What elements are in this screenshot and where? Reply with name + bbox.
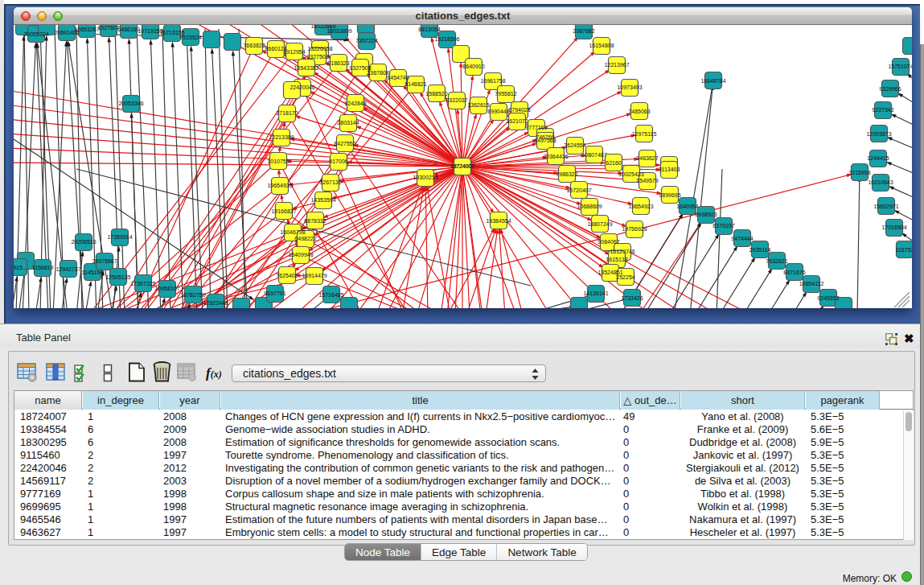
svg-text:252254: 252254 <box>616 274 634 280</box>
svg-text:22420046: 22420046 <box>290 84 314 90</box>
svg-text:1640954: 1640954 <box>676 204 698 209</box>
svg-text:2935114: 2935114 <box>749 247 771 253</box>
svg-text:7986322: 7986322 <box>556 171 577 177</box>
svg-text:7357224: 7357224 <box>355 38 377 43</box>
svg-text:1621072: 1621072 <box>506 118 528 124</box>
svg-text:8186323: 8186323 <box>327 60 349 66</box>
svg-text:9474444: 9474444 <box>731 236 753 241</box>
svg-text:19654935: 19654935 <box>267 183 292 188</box>
svg-text:10653267: 10653267 <box>74 27 99 32</box>
svg-text:15409948: 15409948 <box>288 252 313 257</box>
svg-text:20364436: 20364436 <box>543 154 568 159</box>
svg-text:16033809: 16033809 <box>326 28 351 34</box>
svg-text:13300215: 13300215 <box>413 175 437 180</box>
svg-text:8912954: 8912954 <box>283 49 305 55</box>
svg-text:19166827: 19166827 <box>271 208 296 214</box>
svg-text:16046798: 16046798 <box>280 229 305 235</box>
svg-text:3915...: 3915... <box>14 265 27 270</box>
svg-text:6466160: 6466160 <box>117 27 139 32</box>
svg-text:1615132: 1615132 <box>606 257 627 262</box>
svg-text:10654112: 10654112 <box>799 281 824 286</box>
svg-text:9899695: 9899695 <box>659 192 680 198</box>
svg-text:1362615: 1362615 <box>467 102 489 108</box>
svg-text:2367608: 2367608 <box>367 70 388 76</box>
svg-text:6379197: 6379197 <box>713 223 734 229</box>
svg-text:14353594: 14353594 <box>310 197 335 203</box>
svg-text:917006: 917006 <box>329 159 347 164</box>
svg-text:16782759: 16782759 <box>180 292 205 298</box>
svg-text:19384554: 19384554 <box>486 218 511 224</box>
svg-text:2803144: 2803144 <box>337 120 359 126</box>
svg-text:116753: 116753 <box>896 247 912 253</box>
svg-text:18807249: 18807249 <box>587 221 612 227</box>
svg-text:1527607: 1527607 <box>97 25 119 31</box>
svg-text:17016504: 17016504 <box>881 225 906 230</box>
svg-text:7955812: 7955812 <box>495 91 516 97</box>
svg-text:12942737: 12942737 <box>55 266 80 272</box>
svg-text:10958107: 10958107 <box>154 286 179 291</box>
svg-text:19756928: 19756928 <box>622 226 647 232</box>
svg-text:19654923: 19654923 <box>628 204 653 209</box>
svg-text:12975115: 12975115 <box>632 131 657 137</box>
svg-text:15720407: 15720407 <box>566 187 591 193</box>
svg-text:39975867: 39975867 <box>92 258 117 264</box>
svg-text:20053346: 20053346 <box>118 101 143 106</box>
svg-text:16648784: 16648784 <box>700 78 725 84</box>
svg-text:1010755: 1010755 <box>267 159 289 164</box>
svg-text:12923448: 12923448 <box>203 300 228 306</box>
svg-text:9227342: 9227342 <box>872 107 893 113</box>
svg-text:8640910: 8640910 <box>462 64 484 69</box>
svg-text:12505135: 12505135 <box>105 274 130 280</box>
svg-text:15751074: 15751074 <box>888 64 912 69</box>
svg-text:16154808: 16154808 <box>589 43 614 48</box>
svg-text:19218506: 19218506 <box>434 36 459 42</box>
svg-text:12213389: 12213389 <box>269 134 294 140</box>
svg-text:9245652: 9245652 <box>817 295 839 301</box>
svg-text:18724007: 18724007 <box>451 163 474 169</box>
svg-text:10025433: 10025433 <box>618 171 643 177</box>
svg-text:3624554: 3624554 <box>564 142 585 148</box>
svg-text:8427552: 8427552 <box>334 141 355 146</box>
svg-text:1145194: 1145194 <box>82 270 104 275</box>
svg-text:2087682: 2087682 <box>573 28 594 34</box>
svg-text:9084067: 9084067 <box>598 239 619 245</box>
svg-text:9146821: 9146821 <box>405 81 426 87</box>
svg-text:3215958: 3215958 <box>848 170 870 175</box>
svg-text:1733426: 1733426 <box>621 295 643 301</box>
svg-text:1549579: 1549579 <box>636 178 658 183</box>
svg-text:7515524: 7515524 <box>179 35 201 40</box>
svg-text:1156819: 1156819 <box>32 265 54 270</box>
svg-text:16120746: 16120746 <box>610 249 634 254</box>
svg-text:9657791: 9657791 <box>264 290 285 296</box>
svg-text:8322037: 8322037 <box>446 97 467 103</box>
svg-text:20055724: 20055724 <box>23 31 48 37</box>
svg-text:16914479: 16914479 <box>302 273 326 278</box>
svg-text:20206516: 20206516 <box>71 239 96 245</box>
svg-text:14136141: 14136141 <box>583 290 608 296</box>
svg-text:12093873: 12093873 <box>866 131 891 137</box>
svg-text:17359914: 17359914 <box>107 234 132 240</box>
svg-text:9777169: 9777169 <box>525 125 547 130</box>
svg-text:15692971: 15692971 <box>873 204 898 209</box>
svg-text:62160: 62160 <box>606 160 622 166</box>
svg-text:7625402: 7625402 <box>276 273 298 278</box>
svg-text:6498222: 6498222 <box>294 236 316 241</box>
svg-text:7663822: 7663822 <box>243 43 265 48</box>
svg-text:8471676: 8471676 <box>783 270 805 275</box>
svg-text:1588520: 1588520 <box>425 91 447 97</box>
svg-text:16543382: 16543382 <box>294 65 318 71</box>
svg-text:8938923: 8938923 <box>695 212 717 217</box>
svg-text:10973493: 10973493 <box>617 84 642 90</box>
svg-text:15716485: 15716485 <box>318 292 343 298</box>
svg-text:10807487: 10807487 <box>581 152 606 158</box>
svg-text:9242848: 9242848 <box>344 101 366 106</box>
svg-text:8454749: 8454749 <box>387 75 409 80</box>
svg-text:9327503: 9327503 <box>306 54 328 60</box>
svg-text:9329966: 9329966 <box>879 86 901 92</box>
svg-text:10210643: 10210643 <box>868 179 893 185</box>
svg-text:1244415: 1244415 <box>867 155 889 161</box>
svg-text:16961758: 16961758 <box>480 78 505 84</box>
svg-text:12213967: 12213967 <box>604 62 629 68</box>
svg-text:9113403: 9113403 <box>659 167 680 172</box>
svg-text:7632621: 7632621 <box>766 258 787 264</box>
